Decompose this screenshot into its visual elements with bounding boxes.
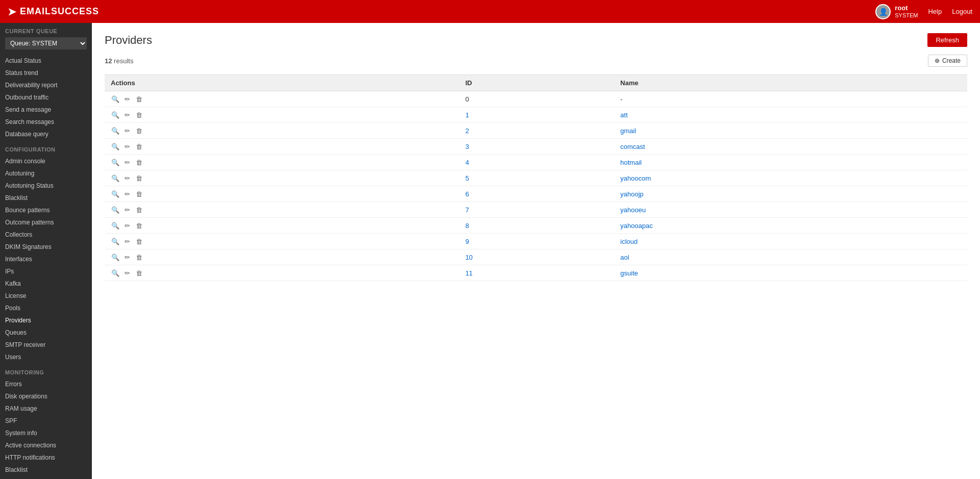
delete-icon[interactable]: 🗑 [134,94,143,104]
row-id-link[interactable]: 10 [465,254,473,261]
delete-icon[interactable]: 🗑 [134,142,143,151]
row-name-link[interactable]: yahooapac [620,222,653,230]
sidebar-item-ips[interactable]: IPs [0,265,92,278]
sidebar-item-admin-console[interactable]: Admin console [0,155,92,167]
sidebar-item-database-query[interactable]: Database query [0,128,92,140]
view-icon[interactable]: 🔍 [111,110,120,119]
sidebar-item-blacklist-monitoring[interactable]: Blacklist [0,464,92,476]
row-id-link[interactable]: 9 [465,238,469,245]
view-icon[interactable]: 🔍 [111,126,120,135]
sidebar-item-autotuning[interactable]: Autotuning [0,167,92,180]
queue-select[interactable]: Queue: SYSTEM [5,37,87,49]
sidebar-item-license[interactable]: License [0,290,92,302]
edit-icon[interactable]: ✏ [122,94,132,104]
row-id-link[interactable]: 8 [465,222,469,230]
view-icon[interactable]: 🔍 [111,237,120,246]
sidebar-item-deliverability-report[interactable]: Deliverability report [0,79,92,91]
row-id-link[interactable]: 1 [465,111,469,119]
row-id-link[interactable]: 2 [465,127,469,135]
sidebar-item-message-batches[interactable]: Message batches [0,476,92,479]
view-icon[interactable]: 🔍 [111,205,120,214]
sidebar-item-spf[interactable]: SPF [0,415,92,427]
sidebar-item-smtp-receiver[interactable]: SMTP receiver [0,339,92,351]
edit-icon[interactable]: ✏ [122,110,132,119]
row-name-link[interactable]: att [620,111,627,119]
row-name-link[interactable]: gsuite [620,269,638,277]
edit-icon[interactable]: ✏ [122,221,132,230]
row-id-link[interactable]: 7 [465,206,469,214]
delete-icon[interactable]: 🗑 [134,158,143,167]
sidebar-item-send-message[interactable]: Send a message [0,104,92,116]
row-id-link[interactable]: 11 [465,269,473,277]
sidebar-item-search-messages[interactable]: Search messages [0,116,92,128]
delete-icon[interactable]: 🗑 [134,237,143,246]
sidebar-item-outcome-patterns[interactable]: Outcome patterns [0,216,92,229]
edit-icon[interactable]: ✏ [122,253,132,262]
edit-icon[interactable]: ✏ [122,126,132,135]
row-id-link[interactable]: 6 [465,190,469,198]
row-name-link[interactable]: icloud [620,238,638,245]
row-id-link[interactable]: 4 [465,159,469,166]
delete-icon[interactable]: 🗑 [134,221,143,230]
table-row: 🔍 ✏ 🗑 8yahooapac [105,218,967,234]
delete-icon[interactable]: 🗑 [134,126,143,135]
edit-icon[interactable]: ✏ [122,268,132,278]
sidebar-item-ram-usage[interactable]: RAM usage [0,402,92,415]
row-name-link[interactable]: yahoojp [620,190,644,198]
delete-icon[interactable]: 🗑 [134,110,143,119]
view-icon[interactable]: 🔍 [111,253,120,262]
sidebar-item-queues[interactable]: Queues [0,326,92,339]
sidebar-item-bounce-patterns[interactable]: Bounce patterns [0,204,92,216]
delete-icon[interactable]: 🗑 [134,205,143,214]
edit-icon[interactable]: ✏ [122,205,132,214]
row-name-link[interactable]: gmail [620,127,636,135]
logout-link[interactable]: Logout [952,8,972,15]
edit-icon[interactable]: ✏ [122,173,132,183]
sidebar-item-http-notifications[interactable]: HTTP notifications [0,451,92,464]
view-icon[interactable]: 🔍 [111,221,120,230]
sidebar-item-system-info[interactable]: System info [0,427,92,439]
view-icon[interactable]: 🔍 [111,189,120,198]
edit-icon[interactable]: ✏ [122,237,132,246]
edit-icon[interactable]: ✏ [122,158,132,167]
sidebar-item-active-connections[interactable]: Active connections [0,439,92,451]
row-name-link[interactable]: comcast [620,143,645,150]
refresh-button[interactable]: Refresh [927,33,967,47]
row-id: 10 [459,249,615,265]
sidebar-item-pools[interactable]: Pools [0,302,92,314]
delete-icon[interactable]: 🗑 [134,268,143,278]
row-name-link[interactable]: aol [620,254,629,261]
sidebar-item-disk-operations[interactable]: Disk operations [0,390,92,402]
view-icon[interactable]: 🔍 [111,268,120,278]
row-id-link[interactable]: 3 [465,143,469,150]
sidebar-item-actual-status[interactable]: Actual Status [0,55,92,67]
sidebar-item-interfaces[interactable]: Interfaces [0,253,92,265]
view-icon[interactable]: 🔍 [111,173,120,183]
delete-icon[interactable]: 🗑 [134,253,143,262]
sidebar-item-status-trend[interactable]: Status trend [0,67,92,79]
delete-icon[interactable]: 🗑 [134,173,143,183]
row-id-link[interactable]: 5 [465,174,469,182]
sidebar-item-errors[interactable]: Errors [0,378,92,390]
sidebar-item-outbound-traffic[interactable]: Outbound traffic [0,91,92,104]
row-name-link[interactable]: yahooeu [620,206,646,214]
edit-icon[interactable]: ✏ [122,142,132,151]
sidebar-item-users[interactable]: Users [0,351,92,363]
sidebar-item-autotuning-status[interactable]: Autotuning Status [0,180,92,192]
sidebar-item-providers[interactable]: Providers [0,314,92,326]
delete-icon[interactable]: 🗑 [134,189,143,198]
sidebar-item-dkim-signatures[interactable]: DKIM Signatures [0,241,92,253]
view-icon[interactable]: 🔍 [111,94,120,104]
view-icon[interactable]: 🔍 [111,158,120,167]
view-icon[interactable]: 🔍 [111,142,120,151]
sidebar-item-collectors[interactable]: Collectors [0,229,92,241]
row-name-link[interactable]: hotmail [620,159,642,166]
sidebar-item-blacklist[interactable]: Blacklist [0,192,92,204]
create-button[interactable]: ⊕ Create [928,55,967,67]
edit-icon[interactable]: ✏ [122,189,132,198]
table-header-row: Actions ID Name [105,75,967,91]
row-name-link[interactable]: yahoocom [620,174,651,182]
help-link[interactable]: Help [928,8,942,15]
sidebar-item-kafka[interactable]: Kafka [0,278,92,290]
row-id: 3 [459,139,615,155]
